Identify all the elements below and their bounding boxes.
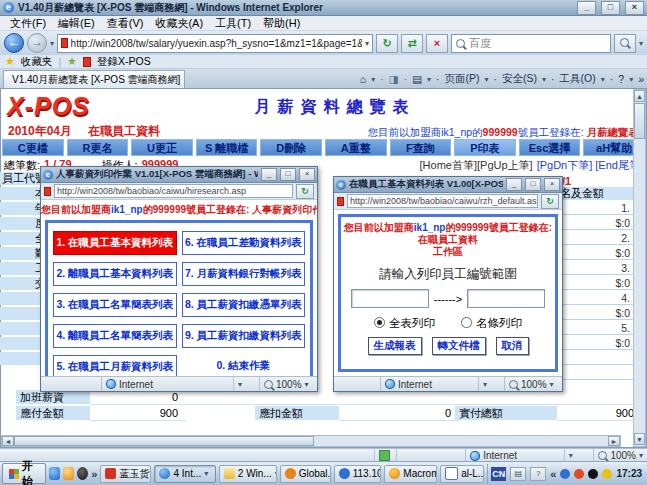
- export-file-button[interactable]: 轉文件檔: [432, 337, 486, 355]
- scroll-up-button[interactable]: ▲: [634, 90, 645, 102]
- radio-full-table[interactable]: 全表列印: [374, 316, 435, 331]
- radio-name-strips[interactable]: 名條列印: [461, 316, 522, 331]
- range-end-input[interactable]: [467, 289, 545, 308]
- dialog2-protected-toggle[interactable]: ▾: [478, 377, 504, 391]
- task-button-ie-group[interactable]: 4 Int...▾: [154, 465, 215, 483]
- print-button[interactable]: ▤: [412, 73, 422, 85]
- favorites-link[interactable]: 登錄X-POS: [97, 55, 151, 69]
- toolbar-button-print[interactable]: P印表: [454, 139, 516, 156]
- minimize-button[interactable]: _: [577, 1, 596, 15]
- generate-report-button[interactable]: 生成報表: [368, 337, 422, 355]
- dialog2-refresh-button[interactable]: ↻: [541, 194, 559, 209]
- print-menu-item-active[interactable]: 1. 在職員工基本資料列表: [53, 231, 177, 255]
- printer-tray-icon[interactable]: ▤: [510, 467, 526, 481]
- close-button[interactable]: ×: [625, 1, 644, 15]
- horizontal-scroll-thumb[interactable]: [14, 436, 314, 446]
- print-menu-item[interactable]: 4. 離職員工名單簡表列表: [53, 324, 177, 348]
- tray-icon-orange[interactable]: [574, 469, 584, 479]
- start-button[interactable]: 开始: [2, 463, 46, 484]
- dialog2-maximize-button[interactable]: □: [525, 178, 541, 191]
- more-commands-icon[interactable]: »: [638, 73, 644, 85]
- menu-item-file[interactable]: 文件(F): [4, 16, 52, 31]
- dialog1-protected-toggle[interactable]: ▾: [233, 377, 259, 391]
- toolbar-button-query[interactable]: F查詢: [390, 139, 452, 156]
- forward-button[interactable]: →: [27, 33, 47, 53]
- task-button[interactable]: Macrom...: [384, 465, 437, 483]
- dialog2-address-field[interactable]: http://win2008/tw/baobiao/caiwu/rzh_defa…: [347, 194, 538, 208]
- tray-expand-icon[interactable]: «: [550, 468, 556, 480]
- print-dropdown-icon[interactable]: ▾: [427, 75, 431, 84]
- dialog1-maximize-button[interactable]: □: [280, 168, 296, 181]
- back-button[interactable]: ←: [4, 33, 24, 53]
- dialog1-address-field[interactable]: http://win2008/tw/baobiao/caiwu/hiresear…: [54, 184, 293, 198]
- help-dropdown-icon[interactable]: ▾: [629, 75, 633, 84]
- dialog1-refresh-button[interactable]: ↻: [296, 184, 314, 199]
- task-button[interactable]: 蓝玉货...: [100, 465, 151, 483]
- scroll-left-button[interactable]: ◄: [2, 436, 14, 446]
- quick-launch-icon[interactable]: [63, 467, 74, 480]
- quick-launch-ie-icon[interactable]: [49, 467, 60, 480]
- refresh-button[interactable]: ⇄: [401, 34, 423, 53]
- help-button[interactable]: ?: [618, 73, 624, 85]
- dialog1-close-button[interactable]: ×: [299, 168, 315, 181]
- home-dropdown-icon[interactable]: ▾: [371, 75, 375, 84]
- scroll-right-button[interactable]: ►: [608, 436, 620, 446]
- vertical-scroll-thumb[interactable]: [634, 103, 645, 139]
- compatibility-button[interactable]: ↻: [376, 34, 398, 53]
- help-tray-icon[interactable]: ?: [530, 467, 546, 481]
- feeds-icon[interactable]: ◨: [389, 73, 399, 85]
- toolbar-button-change[interactable]: C更檔: [2, 139, 64, 156]
- print-menu-item[interactable]: 3. 在職員工名單簡表列表: [53, 293, 177, 317]
- task-button[interactable]: 113.10...: [334, 465, 382, 483]
- home-button[interactable]: ⌂: [360, 73, 366, 85]
- toolbar-button-delete[interactable]: D刪除: [260, 139, 322, 156]
- page-dropdown-icon[interactable]: ▾: [485, 75, 489, 84]
- dialog1-minimize-button[interactable]: _: [261, 168, 277, 181]
- address-bar[interactable]: http://win2008/tw/salary/yuexin.asp?h_sy…: [57, 34, 373, 53]
- maximize-button[interactable]: □: [601, 1, 620, 15]
- toolbar-button-rebuild[interactable]: A重整: [325, 139, 387, 156]
- tray-icon-qq[interactable]: [588, 469, 598, 479]
- toolbar-button-resign[interactable]: S 離職檔: [196, 139, 258, 156]
- horizontal-scrollbar[interactable]: ◄ ►: [1, 435, 621, 447]
- quick-launch-overflow-icon[interactable]: »: [91, 468, 97, 480]
- page-menu-button[interactable]: 页面(P): [445, 72, 480, 86]
- menu-item-view[interactable]: 查看(V): [101, 16, 150, 31]
- tools-dropdown-icon[interactable]: ▾: [601, 75, 605, 84]
- menu-item-edit[interactable]: 編輯(E): [52, 16, 101, 31]
- address-dropdown-icon[interactable]: ▾: [365, 39, 369, 48]
- safety-dropdown-icon[interactable]: ▾: [542, 75, 546, 84]
- cancel-button[interactable]: 取消: [496, 337, 529, 355]
- print-menu-item[interactable]: 6. 在職員工差勤資料列表: [182, 231, 306, 255]
- dialog2-zoom-control[interactable]: 100%▾: [504, 377, 562, 391]
- history-dropdown-icon[interactable]: ▾: [50, 39, 54, 48]
- task-button[interactable]: Global...: [280, 465, 331, 483]
- scroll-down-button[interactable]: ▼: [634, 433, 645, 445]
- stop-button[interactable]: ×: [426, 34, 448, 53]
- search-button[interactable]: [614, 34, 636, 53]
- tab-active[interactable]: V1.40月薪總覽表 [X-POS 雲端商務網]: [3, 70, 185, 88]
- favorites-button[interactable]: 收藏夹: [21, 55, 53, 69]
- search-dropdown-icon[interactable]: ▾: [639, 39, 643, 48]
- quick-launch-qq-icon[interactable]: [77, 467, 88, 480]
- print-menu-item[interactable]: 2. 離職員工基本資料列表: [53, 262, 177, 286]
- tools-menu-button[interactable]: 工具(O): [560, 72, 596, 86]
- search-box[interactable]: 百度: [451, 34, 611, 53]
- safety-menu-button[interactable]: 安全(S): [502, 72, 537, 86]
- print-menu-item[interactable]: 8. 員工薪資扣繳憑單列表: [182, 293, 306, 317]
- dialog1-zoom-control[interactable]: 100%▾: [259, 377, 317, 391]
- menu-item-favorites[interactable]: 收藏夹(A): [149, 16, 209, 31]
- print-menu-item[interactable]: 7. 月薪資料銀行對帳列表: [182, 262, 306, 286]
- tray-icon-yellow[interactable]: [602, 469, 612, 479]
- range-start-input[interactable]: [351, 289, 429, 308]
- toolbar-button-update[interactable]: U更正: [131, 139, 193, 156]
- language-indicator[interactable]: CN: [491, 467, 506, 481]
- print-menu-item[interactable]: 9. 員工薪資扣繳資料列表: [182, 324, 306, 348]
- task-button-explorer-group[interactable]: 2 Win...▾: [219, 465, 277, 483]
- add-favorite-icon[interactable]: ★: [67, 55, 77, 68]
- toolbar-button-rename[interactable]: R更名: [67, 139, 129, 156]
- tray-icon-blue[interactable]: [560, 469, 570, 479]
- dialog2-minimize-button[interactable]: _: [506, 178, 522, 191]
- menu-item-tools[interactable]: 工具(T): [209, 16, 257, 31]
- task-button[interactable]: al-L...: [440, 465, 484, 483]
